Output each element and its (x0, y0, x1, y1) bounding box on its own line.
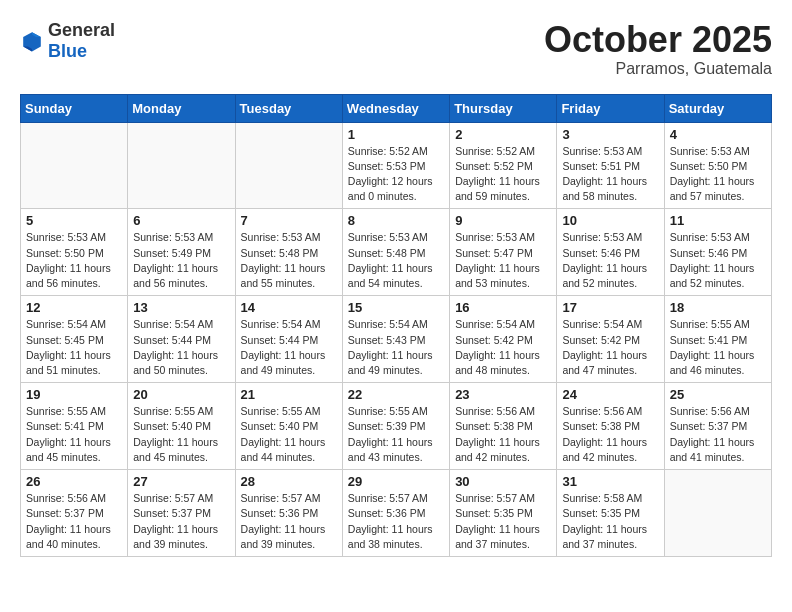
day-number: 11 (670, 213, 766, 228)
day-number: 12 (26, 300, 122, 315)
day-number: 13 (133, 300, 229, 315)
day-number: 21 (241, 387, 337, 402)
day-info: Sunrise: 5:53 AMSunset: 5:46 PMDaylight:… (670, 230, 766, 291)
day-number: 15 (348, 300, 444, 315)
weekday-header: Monday (128, 94, 235, 122)
day-info: Sunrise: 5:54 AMSunset: 5:44 PMDaylight:… (133, 317, 229, 378)
day-info: Sunrise: 5:57 AMSunset: 5:36 PMDaylight:… (241, 491, 337, 552)
weekday-header: Friday (557, 94, 664, 122)
calendar-cell (664, 470, 771, 557)
calendar-cell: 28Sunrise: 5:57 AMSunset: 5:36 PMDayligh… (235, 470, 342, 557)
day-number: 26 (26, 474, 122, 489)
day-info: Sunrise: 5:55 AMSunset: 5:40 PMDaylight:… (133, 404, 229, 465)
calendar-cell: 7Sunrise: 5:53 AMSunset: 5:48 PMDaylight… (235, 209, 342, 296)
calendar-cell (235, 122, 342, 209)
calendar-cell: 12Sunrise: 5:54 AMSunset: 5:45 PMDayligh… (21, 296, 128, 383)
calendar-cell: 26Sunrise: 5:56 AMSunset: 5:37 PMDayligh… (21, 470, 128, 557)
calendar-cell (128, 122, 235, 209)
day-info: Sunrise: 5:52 AMSunset: 5:52 PMDaylight:… (455, 144, 551, 205)
calendar-week-row: 12Sunrise: 5:54 AMSunset: 5:45 PMDayligh… (21, 296, 772, 383)
page-header: General Blue October 2025 Parramos, Guat… (20, 20, 772, 78)
day-number: 1 (348, 127, 444, 142)
month-title: October 2025 (544, 20, 772, 60)
day-info: Sunrise: 5:57 AMSunset: 5:36 PMDaylight:… (348, 491, 444, 552)
calendar-cell: 27Sunrise: 5:57 AMSunset: 5:37 PMDayligh… (128, 470, 235, 557)
weekday-header: Tuesday (235, 94, 342, 122)
day-number: 25 (670, 387, 766, 402)
calendar-cell: 11Sunrise: 5:53 AMSunset: 5:46 PMDayligh… (664, 209, 771, 296)
calendar-week-row: 5Sunrise: 5:53 AMSunset: 5:50 PMDaylight… (21, 209, 772, 296)
day-number: 19 (26, 387, 122, 402)
calendar-cell: 25Sunrise: 5:56 AMSunset: 5:37 PMDayligh… (664, 383, 771, 470)
calendar-cell: 19Sunrise: 5:55 AMSunset: 5:41 PMDayligh… (21, 383, 128, 470)
weekday-header: Wednesday (342, 94, 449, 122)
logo-icon (20, 29, 44, 53)
day-info: Sunrise: 5:56 AMSunset: 5:37 PMDaylight:… (670, 404, 766, 465)
location: Parramos, Guatemala (544, 60, 772, 78)
day-info: Sunrise: 5:54 AMSunset: 5:45 PMDaylight:… (26, 317, 122, 378)
day-info: Sunrise: 5:53 AMSunset: 5:49 PMDaylight:… (133, 230, 229, 291)
day-info: Sunrise: 5:53 AMSunset: 5:50 PMDaylight:… (670, 144, 766, 205)
day-number: 30 (455, 474, 551, 489)
logo-text-general: General (48, 20, 115, 40)
day-info: Sunrise: 5:55 AMSunset: 5:40 PMDaylight:… (241, 404, 337, 465)
day-info: Sunrise: 5:55 AMSunset: 5:39 PMDaylight:… (348, 404, 444, 465)
logo-text-blue: Blue (48, 41, 87, 61)
day-info: Sunrise: 5:56 AMSunset: 5:37 PMDaylight:… (26, 491, 122, 552)
calendar-cell: 30Sunrise: 5:57 AMSunset: 5:35 PMDayligh… (450, 470, 557, 557)
day-number: 29 (348, 474, 444, 489)
calendar-cell: 3Sunrise: 5:53 AMSunset: 5:51 PMDaylight… (557, 122, 664, 209)
calendar-cell: 10Sunrise: 5:53 AMSunset: 5:46 PMDayligh… (557, 209, 664, 296)
calendar-cell: 22Sunrise: 5:55 AMSunset: 5:39 PMDayligh… (342, 383, 449, 470)
weekday-header-row: SundayMondayTuesdayWednesdayThursdayFrid… (21, 94, 772, 122)
day-number: 3 (562, 127, 658, 142)
logo: General Blue (20, 20, 115, 62)
day-number: 9 (455, 213, 551, 228)
calendar-cell: 5Sunrise: 5:53 AMSunset: 5:50 PMDaylight… (21, 209, 128, 296)
day-number: 27 (133, 474, 229, 489)
calendar-cell: 23Sunrise: 5:56 AMSunset: 5:38 PMDayligh… (450, 383, 557, 470)
day-info: Sunrise: 5:53 AMSunset: 5:51 PMDaylight:… (562, 144, 658, 205)
day-number: 16 (455, 300, 551, 315)
day-info: Sunrise: 5:53 AMSunset: 5:48 PMDaylight:… (241, 230, 337, 291)
svg-marker-0 (23, 32, 41, 51)
weekday-header: Saturday (664, 94, 771, 122)
calendar-cell: 9Sunrise: 5:53 AMSunset: 5:47 PMDaylight… (450, 209, 557, 296)
calendar-cell: 31Sunrise: 5:58 AMSunset: 5:35 PMDayligh… (557, 470, 664, 557)
day-number: 6 (133, 213, 229, 228)
day-info: Sunrise: 5:56 AMSunset: 5:38 PMDaylight:… (455, 404, 551, 465)
calendar-cell: 18Sunrise: 5:55 AMSunset: 5:41 PMDayligh… (664, 296, 771, 383)
calendar-cell: 15Sunrise: 5:54 AMSunset: 5:43 PMDayligh… (342, 296, 449, 383)
calendar-cell: 17Sunrise: 5:54 AMSunset: 5:42 PMDayligh… (557, 296, 664, 383)
day-number: 31 (562, 474, 658, 489)
day-number: 20 (133, 387, 229, 402)
calendar-cell: 29Sunrise: 5:57 AMSunset: 5:36 PMDayligh… (342, 470, 449, 557)
calendar-week-row: 26Sunrise: 5:56 AMSunset: 5:37 PMDayligh… (21, 470, 772, 557)
day-number: 4 (670, 127, 766, 142)
day-info: Sunrise: 5:55 AMSunset: 5:41 PMDaylight:… (670, 317, 766, 378)
calendar-week-row: 19Sunrise: 5:55 AMSunset: 5:41 PMDayligh… (21, 383, 772, 470)
day-number: 24 (562, 387, 658, 402)
day-number: 17 (562, 300, 658, 315)
calendar-cell: 1Sunrise: 5:52 AMSunset: 5:53 PMDaylight… (342, 122, 449, 209)
day-info: Sunrise: 5:54 AMSunset: 5:43 PMDaylight:… (348, 317, 444, 378)
calendar-cell: 8Sunrise: 5:53 AMSunset: 5:48 PMDaylight… (342, 209, 449, 296)
title-block: October 2025 Parramos, Guatemala (544, 20, 772, 78)
day-number: 14 (241, 300, 337, 315)
weekday-header: Thursday (450, 94, 557, 122)
day-info: Sunrise: 5:55 AMSunset: 5:41 PMDaylight:… (26, 404, 122, 465)
calendar-cell: 14Sunrise: 5:54 AMSunset: 5:44 PMDayligh… (235, 296, 342, 383)
calendar-cell: 24Sunrise: 5:56 AMSunset: 5:38 PMDayligh… (557, 383, 664, 470)
day-info: Sunrise: 5:54 AMSunset: 5:42 PMDaylight:… (562, 317, 658, 378)
calendar: SundayMondayTuesdayWednesdayThursdayFrid… (20, 94, 772, 557)
day-info: Sunrise: 5:54 AMSunset: 5:42 PMDaylight:… (455, 317, 551, 378)
day-number: 18 (670, 300, 766, 315)
day-info: Sunrise: 5:56 AMSunset: 5:38 PMDaylight:… (562, 404, 658, 465)
calendar-cell: 16Sunrise: 5:54 AMSunset: 5:42 PMDayligh… (450, 296, 557, 383)
day-number: 8 (348, 213, 444, 228)
calendar-cell: 2Sunrise: 5:52 AMSunset: 5:52 PMDaylight… (450, 122, 557, 209)
calendar-cell: 13Sunrise: 5:54 AMSunset: 5:44 PMDayligh… (128, 296, 235, 383)
day-number: 22 (348, 387, 444, 402)
calendar-cell: 20Sunrise: 5:55 AMSunset: 5:40 PMDayligh… (128, 383, 235, 470)
calendar-cell: 6Sunrise: 5:53 AMSunset: 5:49 PMDaylight… (128, 209, 235, 296)
